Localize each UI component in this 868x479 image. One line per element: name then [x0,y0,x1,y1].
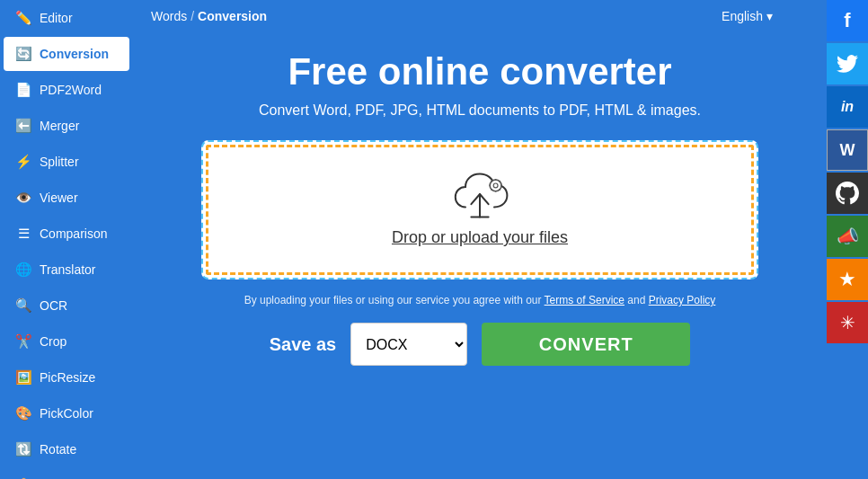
sidebar-item-viewer[interactable]: 👁️ Viewer [4,181,129,215]
dropzone[interactable]: Drop or upload your files [201,140,758,279]
sidebar-item-label: PicResize [40,370,95,385]
terms-of-service-link[interactable]: Terms of Service [545,294,624,306]
rotate-icon: 🔃 [14,440,32,458]
conversion-icon: 🔄 [14,45,32,63]
svg-line-10 [491,189,492,190]
terms-prefix: By uploading your files or using our ser… [244,294,545,306]
sidebar-item-pdf2word[interactable]: 📄 PDF2Word [4,73,129,107]
sidebar-item-conversion[interactable]: 🔄 Conversion [4,37,129,71]
page-title: Free online converter [288,50,671,93]
sidebar-item-translator[interactable]: 🌐 Translator [4,253,129,287]
format-select[interactable]: DOCX PDF HTML JPG PNG TXT [350,323,467,366]
sidebar-item-label: Editor [40,11,73,25]
breadcrumb: Words / Conversion English ▾ [133,0,827,32]
sidebar-item-label: Translator [40,262,96,277]
sidebar: ✏️ Editor 🔄 Conversion 📄 PDF2Word ⬅️ Mer… [0,0,133,479]
word-button[interactable]: W [827,129,868,171]
sidebar-item-label: Conversion [40,47,109,61]
sidebar-item-label: PDF2Word [40,83,102,97]
sidebar-item-comparison[interactable]: ☰ Comparison [4,217,129,251]
ocr-icon: 🔍 [14,297,32,315]
sidebar-item-crop[interactable]: ✂️ Crop [4,324,129,359]
translator-icon: 🌐 [14,261,32,279]
svg-line-11 [500,181,500,182]
breadcrumb-words[interactable]: Words [151,9,187,23]
sidebar-item-splitter[interactable]: ⚡ Splitter [4,145,129,179]
sidebar-item-label: Comparison [40,226,107,241]
picresize-icon: 🖼️ [14,368,32,386]
content-area: Free online converter Convert Word, PDF,… [133,32,827,479]
convert-button[interactable]: CONVERT [482,323,690,366]
language-button[interactable]: English ▾ [722,9,773,23]
cloud-upload-icon [451,173,509,219]
sidebar-item-label: OCR [40,298,67,313]
svg-line-9 [500,189,500,190]
chevron-down-icon: ▾ [766,9,773,23]
star-button[interactable]: ★ [827,259,868,300]
viewer-icon: 👁️ [14,189,32,207]
terms-text: By uploading your files or using our ser… [244,294,716,306]
comparison-icon: ☰ [14,225,32,243]
breadcrumb-conversion: Conversion [198,9,267,23]
sidebar-item-pickcolor[interactable]: 🎨 PickColor [4,396,129,430]
github-button[interactable] [827,173,868,214]
main-panel: Words / Conversion English ▾ Free online… [133,0,827,479]
sidebar-item-label: Merger [40,119,79,133]
social-bar: f in W 📣 ★ ✳ [827,0,868,479]
editor-icon: ✏️ [14,9,32,27]
dropzone-label[interactable]: Drop or upload your files [392,228,568,247]
sidebar-item-ocr[interactable]: 🔍 OCR [4,288,129,323]
twitter-button[interactable] [827,43,868,84]
save-as-label: Save as [270,334,337,355]
pdf2word-icon: 📄 [14,81,32,99]
linkedin-button[interactable]: in [827,86,868,128]
crop-icon: ✂️ [14,333,32,350]
sidebar-item-label: Rotate [40,442,76,457]
sidebar-item-label: Splitter [40,155,79,169]
svg-line-8 [491,181,492,182]
breadcrumb-separator: / [190,9,194,23]
pickcolor-icon: 🎨 [14,404,32,422]
sidebar-item-label: Viewer [40,191,78,205]
convert-row: Save as DOCX PDF HTML JPG PNG TXT CONVER… [270,323,691,366]
facebook-button[interactable]: f [827,0,868,41]
megaphone-button[interactable]: 📣 [827,216,868,257]
page-subtitle: Convert Word, PDF, JPG, HTML documents t… [259,102,701,119]
splitter-icon: ⚡ [14,153,32,171]
terms-and: and [624,294,649,306]
language-label: English [722,9,763,23]
sidebar-item-label: Crop [40,334,66,349]
sidebar-item-editor[interactable]: ✏️ Editor [4,1,129,35]
sidebar-item-merger[interactable]: ⬅️ Merger [4,109,129,143]
sidebar-item-compress[interactable]: 📦 Compress [4,468,129,479]
sidebar-item-picresize[interactable]: 🖼️ PicResize [4,360,129,395]
sidebar-item-rotate[interactable]: 🔃 Rotate [4,432,129,466]
asterisk-button[interactable]: ✳ [827,302,868,343]
privacy-policy-link[interactable]: Privacy Policy [649,294,716,306]
merger-icon: ⬅️ [14,117,32,135]
sidebar-item-label: PickColor [40,406,93,421]
